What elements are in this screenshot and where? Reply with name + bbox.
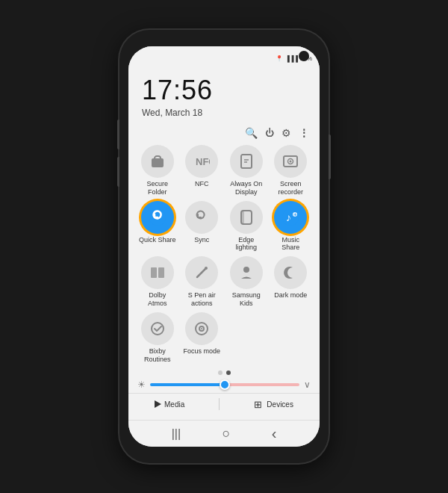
front-camera (299, 51, 309, 61)
location-icon: 📍 (276, 55, 283, 62)
tile-label: Sync (194, 236, 209, 244)
brightness-track[interactable] (150, 383, 299, 386)
svg-rect-3 (241, 155, 252, 168)
search-icon[interactable]: 🔍 (245, 127, 258, 139)
tile-sync[interactable]: Sync (182, 201, 223, 252)
tile-label: Quick Share (139, 236, 176, 244)
devices-icon: ⊞ (254, 399, 262, 410)
tile-label: Focus mode (183, 347, 220, 356)
music-share-icon: ♪ + (274, 201, 307, 234)
tile-label: Screenrecorder (278, 180, 303, 196)
tile-label: Always OnDisplay (230, 180, 262, 196)
home-nav-icon[interactable]: ○ (222, 426, 230, 441)
edge-lighting-icon (230, 201, 263, 234)
media-bar: Media ⊞ Devices (128, 393, 320, 415)
qs-toolbar: 🔍 ⏻ ⚙ ⋮ (128, 124, 320, 142)
focus-mode-icon (185, 312, 218, 345)
brightness-icon: ☀ (137, 379, 146, 390)
samsung-kids-icon (230, 256, 263, 289)
tile-music-share[interactable]: ♪ + Music Share (271, 201, 311, 252)
secure-folder-icon (141, 145, 174, 178)
svg-point-20 (243, 267, 249, 273)
bixby-routines-icon (141, 312, 174, 345)
nav-bar: ||| ○ ‹ (128, 420, 320, 447)
tile-label: Dark mode (274, 291, 307, 300)
more-icon[interactable]: ⋮ (299, 127, 309, 139)
tile-screen-recorder[interactable]: Screenrecorder (271, 145, 311, 196)
clock-time: 17:56 (142, 75, 306, 106)
devices-label: Devices (267, 400, 293, 409)
clock-area: 17:56 Wed, March 18 (128, 67, 320, 124)
svg-rect-11 (241, 211, 244, 224)
page-dot-2 (226, 370, 231, 375)
tile-label: SamsungKids (232, 291, 261, 308)
media-divider (219, 398, 220, 410)
svg-rect-0 (152, 158, 164, 167)
phone-screen: 📍 ▐▐▐ 25% 17:56 Wed, March 18 🔍 ⏻ ⚙ ⋮ (128, 46, 320, 447)
svg-text:+: + (293, 211, 297, 218)
brightness-thumb[interactable] (220, 379, 230, 390)
power-button[interactable] (329, 134, 331, 179)
s-pen-air-icon (185, 256, 218, 289)
recents-nav-icon[interactable]: ||| (172, 427, 181, 441)
back-nav-icon[interactable]: ‹ (272, 425, 277, 442)
tile-label: S Pen airactions (188, 291, 216, 308)
pagination (128, 366, 320, 378)
play-icon (155, 400, 161, 408)
devices-button[interactable]: ⊞ Devices (254, 399, 293, 410)
tile-label: SecureFolder (146, 180, 168, 196)
svg-point-19 (205, 267, 208, 270)
signal-icon: ▐▐▐ (285, 55, 298, 62)
tile-label: BixbyRoutines (144, 347, 171, 364)
settings-icon[interactable]: ⚙ (281, 127, 291, 139)
clock-date: Wed, March 18 (142, 108, 306, 118)
svg-point-8 (290, 161, 292, 163)
nfc-icon: NFC (185, 145, 218, 178)
screen-recorder-icon (274, 145, 307, 178)
volume-down-button[interactable] (117, 157, 119, 187)
media-label: Media (164, 400, 184, 409)
tile-label: NFC (195, 180, 209, 188)
tile-label: DolbyAtmos (148, 291, 167, 308)
tile-s-pen-air[interactable]: S Pen airactions (182, 256, 223, 308)
sync-icon (185, 201, 218, 234)
tile-nfc[interactable]: NFC NFC (182, 145, 223, 196)
power-icon[interactable]: ⏻ (265, 128, 274, 138)
tile-secure-folder[interactable]: SecureFolder (137, 145, 178, 196)
tile-label: Music Share (272, 236, 309, 252)
status-bar: 📍 ▐▐▐ 25% (128, 46, 320, 67)
phone-outer: 📍 ▐▐▐ 25% 17:56 Wed, March 18 🔍 ⏻ ⚙ ⋮ (119, 30, 329, 463)
tiles-grid: SecureFolder NFC NFC Always OnDisplay (128, 142, 320, 366)
always-on-icon (230, 145, 263, 178)
svg-rect-16 (151, 267, 157, 278)
tile-edge-lighting[interactable]: Edge lighting (226, 201, 267, 252)
tile-dark-mode[interactable]: Dark mode (271, 256, 311, 308)
expand-icon[interactable]: ∨ (304, 379, 311, 390)
tile-quick-share[interactable]: Quick Share (137, 201, 178, 252)
svg-rect-17 (158, 267, 164, 278)
quick-share-icon (141, 201, 174, 234)
svg-line-18 (197, 268, 206, 277)
tile-bixby-routines[interactable]: BixbyRoutines (137, 312, 178, 364)
tile-dolby-atmos[interactable]: DolbyAtmos (137, 256, 178, 308)
volume-up-button[interactable] (117, 120, 119, 149)
svg-text:♪: ♪ (286, 211, 291, 223)
dolby-atmos-icon (141, 256, 174, 289)
tile-always-on[interactable]: Always OnDisplay (226, 145, 267, 196)
svg-point-24 (201, 328, 202, 329)
svg-text:NFC: NFC (196, 156, 210, 167)
dark-mode-icon (274, 256, 307, 289)
page-dot-1 (218, 370, 223, 375)
tile-label: Edge lighting (228, 236, 265, 252)
svg-point-21 (152, 323, 164, 335)
tile-focus-mode[interactable]: Focus mode (182, 312, 223, 364)
tile-samsung-kids[interactable]: SamsungKids (226, 256, 267, 308)
brightness-bar: ☀ ∨ (128, 378, 320, 391)
media-button[interactable]: Media (155, 400, 184, 409)
